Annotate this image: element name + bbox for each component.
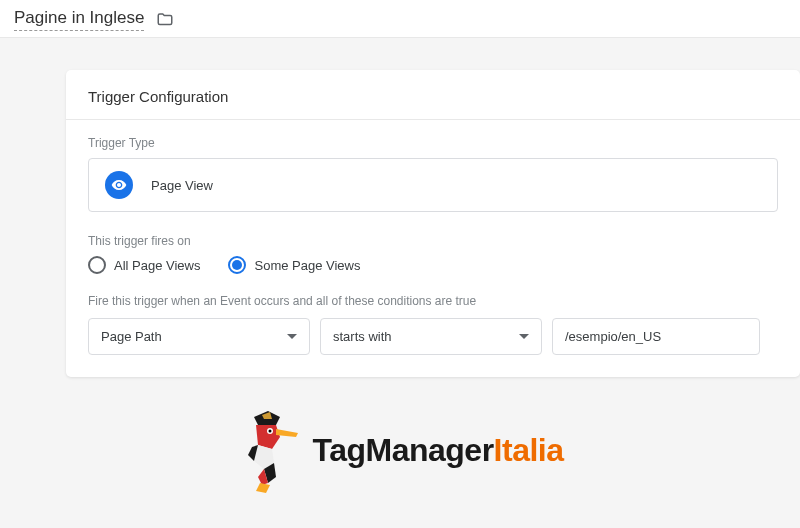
radio-label: All Page Views <box>114 258 200 273</box>
variable-select[interactable]: Page Path <box>88 318 310 355</box>
chevron-down-icon <box>287 334 297 339</box>
fires-on-radio-group: All Page Views Some Page Views <box>88 256 778 274</box>
logo-part2: Italia <box>494 432 564 468</box>
operator-value: starts with <box>333 329 392 344</box>
trigger-type-label: Trigger Type <box>88 136 778 150</box>
page-view-icon <box>105 171 133 199</box>
folder-icon[interactable] <box>156 11 174 29</box>
section-title: Trigger Configuration <box>66 70 800 120</box>
woodpecker-icon <box>236 405 306 495</box>
radio-label: Some Page Views <box>254 258 360 273</box>
fires-on-label: This trigger fires on <box>88 234 778 248</box>
config-content: Trigger Type Page View This trigger fire… <box>66 120 800 377</box>
radio-some-page-views[interactable]: Some Page Views <box>228 256 360 274</box>
svg-point-1 <box>269 430 272 433</box>
trigger-type-selector[interactable]: Page View <box>88 158 778 212</box>
radio-all-page-views[interactable]: All Page Views <box>88 256 200 274</box>
page-header: Pagine in Inglese <box>0 0 800 38</box>
condition-row: Page Path starts with <box>88 318 778 355</box>
operator-select[interactable]: starts with <box>320 318 542 355</box>
brand-logo: TagManagerItalia <box>0 405 800 495</box>
radio-icon <box>228 256 246 274</box>
condition-label: Fire this trigger when an Event occurs a… <box>88 294 778 308</box>
trigger-type-name: Page View <box>151 178 213 193</box>
radio-icon <box>88 256 106 274</box>
variable-value: Page Path <box>101 329 162 344</box>
logo-text: TagManagerItalia <box>312 432 563 469</box>
chevron-down-icon <box>519 334 529 339</box>
condition-value-input[interactable] <box>552 318 760 355</box>
logo-part1: TagManager <box>312 432 493 468</box>
trigger-name[interactable]: Pagine in Inglese <box>14 8 144 31</box>
trigger-config-card: Trigger Configuration Trigger Type Page … <box>66 70 800 377</box>
